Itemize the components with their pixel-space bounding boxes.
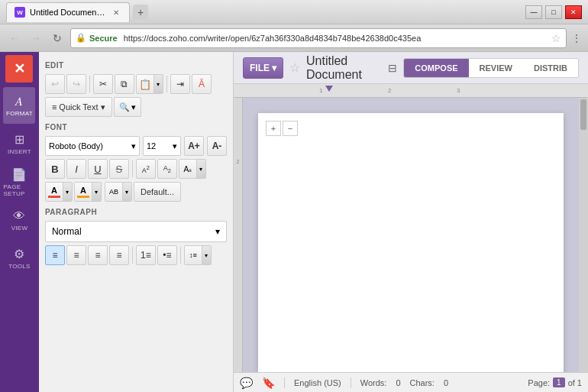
sidebar-item-view[interactable]: 👁 VIEW — [3, 202, 35, 238]
clear-format-button[interactable]: Ā — [192, 74, 212, 94]
new-tab-button[interactable]: + — [133, 5, 148, 20]
insert-label: INSERT — [8, 148, 31, 155]
pagesetup-label: PAGE SETUP — [3, 183, 35, 197]
quick-text-arrow: ▾ — [101, 102, 105, 112]
doc-menu-icon[interactable]: ⊟ — [388, 62, 397, 74]
sidebar-item-tools[interactable]: ⚙ TOOLS — [3, 240, 35, 277]
case-arrow: ▾ — [196, 160, 205, 178]
find-button[interactable]: 🔍 ▾ — [114, 97, 141, 117]
comment-icon[interactable]: 💬 — [240, 377, 253, 389]
app-container: ✕ 𝐴 FORMAT ⊞ INSERT 📄 PAGE SETUP 👁 VIEW … — [0, 52, 588, 392]
maximize-button[interactable]: □ — [545, 5, 562, 19]
sidebar-item-pagesetup[interactable]: 📄 PAGE SETUP — [3, 164, 35, 200]
tab-title: Untitled Document - Wri — [30, 8, 106, 17]
sidebar-item-format[interactable]: 𝐴 FORMAT — [3, 87, 35, 124]
underline-button[interactable]: U — [88, 159, 108, 179]
file-arrow: ▾ — [272, 63, 276, 73]
close-button[interactable]: ✕ — [565, 5, 582, 19]
tab-buttons: COMPOSE REVIEW DISTRIB — [403, 58, 579, 78]
bookmark-icon[interactable]: ☆ — [551, 32, 561, 44]
doc-title[interactable]: Untitled Document — [306, 54, 382, 82]
edit-section-title: EDIT — [45, 61, 227, 70]
favorite-icon[interactable]: ☆ — [289, 60, 300, 75]
format-label: FORMAT — [6, 110, 33, 117]
ruler-triangle — [325, 86, 333, 92]
subscript-button[interactable]: A2 — [157, 159, 177, 179]
cut-button[interactable]: ✂ — [93, 74, 113, 94]
browser-addressbar: ← → ↻ 🔒 Secure https://docs.zoho.com/wri… — [0, 24, 588, 52]
bold-button[interactable]: B — [45, 159, 65, 179]
edit-toolbar-row-2: ≡ Quick Text ▾ 🔍 ▾ — [45, 97, 227, 117]
paste-button[interactable]: 📋 ▾ — [136, 74, 163, 94]
redo-button[interactable]: ↪ — [66, 74, 86, 94]
align-justify-button[interactable]: ≡ — [109, 245, 129, 265]
find-dropdown-arrow: ▾ — [131, 102, 136, 112]
copy-button[interactable]: ⧉ — [115, 74, 134, 94]
page-ctrl-add[interactable]: + — [266, 121, 281, 136]
view-label: VIEW — [11, 225, 28, 232]
font-color-button[interactable]: A ▾ — [45, 182, 73, 202]
words-label: Words: — [360, 378, 387, 387]
quick-text-button[interactable]: ≡ Quick Text ▾ — [45, 97, 112, 117]
tab-compose[interactable]: COMPOSE — [404, 59, 468, 77]
edit-toolbar-row: ↩ ↪ ✂ ⧉ 📋 ▾ ⇥ Ā — [45, 74, 227, 94]
list-unordered-button[interactable]: •≡ — [157, 245, 177, 265]
minimize-button[interactable]: — — [525, 5, 542, 19]
tools-icon: ⚙ — [14, 247, 24, 261]
bookmark-status-icon[interactable]: 🔖 — [262, 377, 275, 389]
tools-label: TOOLS — [8, 263, 30, 270]
refresh-button[interactable]: ↻ — [49, 30, 66, 47]
text-style-dropdown[interactable]: AB ▾ — [105, 182, 132, 202]
vertical-ruler-mark: 2 — [234, 159, 242, 164]
page-ctrl-remove[interactable]: − — [283, 121, 298, 136]
case-dropdown[interactable]: Aₐ ▾ — [179, 159, 206, 179]
document-page[interactable]: + − — [258, 113, 564, 372]
tab-review[interactable]: REVIEW — [469, 59, 523, 77]
main-content: FILE ▾ ☆ Untitled Document ⊟ COMPOSE REV… — [234, 52, 588, 392]
font-color-row: A ▾ A ▾ AB ▾ Default... — [45, 182, 227, 202]
highlight-color-arrow: ▾ — [92, 183, 101, 201]
sidebar-close-button[interactable]: ✕ — [5, 55, 33, 83]
highlight-color-icon: A — [75, 183, 92, 201]
secure-label: Secure — [89, 34, 118, 43]
doc-area[interactable]: + − — [243, 98, 579, 372]
align-left-button[interactable]: ≡ — [45, 245, 65, 265]
text-style-icon: AB — [105, 183, 122, 201]
tab-distrib[interactable]: DISTRIB — [523, 59, 578, 77]
font-name-value: Roboto (Body) — [49, 141, 103, 151]
align-center-button[interactable]: ≡ — [66, 245, 86, 265]
superscript-button[interactable]: A2 — [136, 159, 156, 179]
right-scrollbar[interactable] — [579, 98, 588, 372]
address-bar[interactable]: 🔒 Secure https://docs.zoho.com/writer/op… — [70, 28, 567, 48]
highlight-color-button[interactable]: A ▾ — [74, 182, 102, 202]
font-size-select[interactable]: 12 ▾ — [143, 136, 181, 156]
file-menu-button[interactable]: FILE ▾ — [243, 57, 283, 79]
undo-button[interactable]: ↩ — [45, 74, 65, 94]
browser-tab[interactable]: W Untitled Document - Wri ✕ — [6, 2, 130, 22]
font-name-select[interactable]: Roboto (Body) ▾ — [45, 136, 140, 156]
browser-menu-button[interactable]: ⋮ — [571, 32, 582, 44]
format-icon: 𝐴 — [15, 95, 23, 109]
url-text: https://docs.zoho.com/writer/open/6z7ah3… — [124, 34, 548, 43]
align-right-button[interactable]: ≡ — [88, 245, 108, 265]
paragraph-style-select[interactable]: Normal ▾ — [45, 221, 227, 242]
page-indicator: Page: 1 of 1 — [528, 377, 582, 387]
default-button[interactable]: Default... — [134, 182, 181, 202]
line-spacing-button[interactable]: ↕≡ ▾ — [184, 245, 212, 265]
strikethrough-button[interactable]: S — [109, 159, 129, 179]
font-size-increase-button[interactable]: A+ — [184, 136, 204, 156]
file-label: FILE — [250, 63, 270, 73]
paragraph-section-title: PARAGRAPH — [45, 208, 227, 216]
font-size-decrease-button[interactable]: A- — [207, 136, 227, 156]
indent-button[interactable]: ⇥ — [170, 74, 190, 94]
font-color-icon: A — [46, 183, 63, 201]
list-ordered-button[interactable]: 1≡ — [136, 245, 156, 265]
back-button[interactable]: ← — [6, 30, 23, 47]
tab-close-button[interactable]: ✕ — [111, 7, 121, 18]
alignment-row: ≡ ≡ ≡ ≡ 1≡ •≡ ↕≡ ▾ — [45, 245, 227, 265]
forward-button[interactable]: → — [27, 30, 44, 47]
italic-button[interactable]: I — [66, 159, 86, 179]
status-separator — [284, 377, 285, 388]
language-label[interactable]: English (US) — [294, 378, 341, 387]
sidebar-item-insert[interactable]: ⊞ INSERT — [3, 125, 35, 162]
